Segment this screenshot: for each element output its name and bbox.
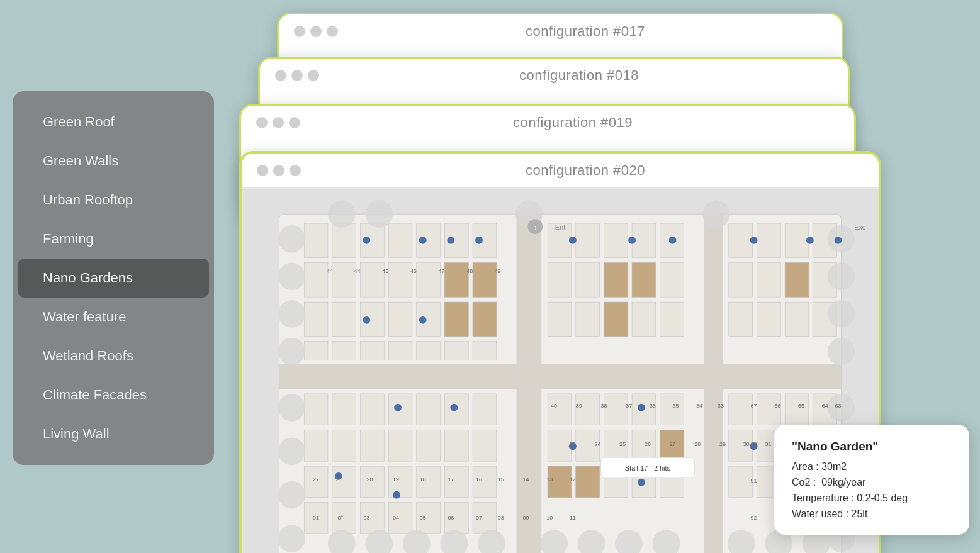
svg-point-159: [419, 237, 427, 244]
svg-rect-63: [473, 302, 497, 337]
svg-rect-60: [444, 263, 468, 298]
svg-text:66: 66: [774, 403, 780, 409]
svg-text:01: 01: [313, 515, 319, 521]
svg-text:39: 39: [576, 403, 582, 409]
svg-text:Ent: Ent: [555, 223, 565, 231]
svg-rect-92: [388, 503, 412, 534]
dot-3: [290, 165, 301, 176]
info-card-title: "Nano Garden": [792, 440, 952, 454]
svg-rect-52: [576, 302, 600, 337]
info-row-water: Water used : 25lt: [792, 508, 952, 520]
svg-text:92: 92: [751, 515, 757, 521]
svg-rect-65: [632, 263, 656, 298]
traffic-lights-019: [256, 117, 300, 128]
svg-text:16: 16: [476, 476, 482, 483]
svg-rect-55: [660, 302, 684, 337]
svg-rect-46: [660, 263, 684, 298]
svg-point-128: [278, 300, 306, 328]
sidebar-item-urban-rooftop[interactable]: Urban Rooftop: [18, 181, 209, 220]
svg-text:46: 46: [410, 268, 417, 274]
svg-text:24: 24: [595, 441, 601, 447]
dot-3: [289, 117, 300, 128]
sidebar-item-living-wall[interactable]: Living Wall: [18, 415, 209, 454]
card-019-header: configuration #019: [241, 106, 854, 140]
dot-1: [257, 165, 268, 176]
svg-rect-32: [473, 342, 497, 360]
sidebar-item-nano-gardens[interactable]: Nano Gardens: [18, 259, 209, 298]
svg-rect-6: [332, 223, 356, 258]
svg-rect-3: [517, 214, 542, 553]
svg-rect-43: [576, 263, 600, 298]
svg-rect-119: [729, 466, 753, 498]
svg-point-135: [828, 263, 855, 291]
svg-rect-74: [473, 394, 497, 425]
svg-point-154: [328, 200, 356, 228]
svg-rect-61: [473, 263, 497, 298]
traffic-lights-017: [294, 26, 338, 37]
svg-rect-98: [604, 394, 628, 425]
svg-rect-15: [388, 263, 412, 298]
svg-text:4°: 4°: [327, 268, 332, 274]
svg-rect-77: [361, 430, 385, 461]
svg-rect-80: [444, 430, 468, 461]
svg-text:15: 15: [498, 476, 504, 483]
svg-rect-90: [332, 503, 356, 534]
svg-rect-100: [660, 394, 684, 425]
svg-point-157: [702, 200, 730, 228]
svg-rect-67: [785, 263, 809, 298]
svg-rect-57: [757, 302, 781, 337]
svg-point-170: [394, 404, 402, 411]
svg-rect-42: [548, 263, 572, 298]
dot-2: [291, 70, 303, 81]
svg-rect-51: [548, 302, 572, 337]
svg-point-158: [363, 237, 370, 244]
svg-text:13: 13: [546, 476, 553, 483]
svg-text:05: 05: [420, 515, 426, 521]
svg-point-166: [806, 237, 814, 244]
svg-text:09: 09: [522, 515, 529, 521]
svg-rect-22: [388, 302, 412, 337]
svg-rect-8: [388, 223, 412, 258]
svg-rect-27: [332, 342, 356, 360]
dot-1: [256, 117, 268, 128]
svg-text:36: 36: [650, 403, 656, 409]
sidebar-item-climate-facades[interactable]: Climate Facades: [18, 376, 209, 415]
svg-rect-35: [604, 223, 628, 258]
svg-text:37: 37: [626, 403, 632, 409]
dot-3: [308, 70, 319, 81]
svg-text:67: 67: [751, 403, 757, 409]
svg-rect-68: [304, 394, 328, 425]
svg-rect-81: [473, 430, 497, 461]
sidebar: Green Roof Green Walls Urban Rooftop Far…: [13, 91, 214, 465]
dot-2: [273, 165, 284, 176]
svg-text:0°: 0°: [338, 515, 344, 521]
svg-rect-102: [757, 394, 781, 425]
svg-point-155: [365, 200, 393, 228]
svg-text:34: 34: [696, 403, 702, 409]
svg-rect-70: [361, 394, 385, 425]
svg-text:45: 45: [382, 268, 388, 274]
svg-text:18: 18: [420, 476, 426, 483]
sidebar-item-water-feature[interactable]: Water feature: [18, 298, 209, 337]
svg-text:20: 20: [366, 476, 373, 483]
svg-point-137: [828, 338, 855, 366]
svg-text:48: 48: [466, 268, 473, 274]
sidebar-item-wetland-roofs[interactable]: Wetland Roofs: [18, 337, 209, 376]
sidebar-item-green-walls[interactable]: Green Walls: [18, 142, 209, 181]
svg-text:47: 47: [439, 268, 445, 274]
card-019-title: configuration #019: [307, 115, 839, 131]
svg-text:25: 25: [619, 441, 626, 447]
svg-rect-48: [757, 263, 781, 298]
svg-rect-103: [785, 394, 809, 425]
dot-1: [294, 26, 305, 37]
svg-rect-47: [729, 263, 753, 298]
svg-text:19: 19: [393, 476, 399, 483]
sidebar-item-green-roof[interactable]: Green Roof: [18, 103, 209, 142]
sidebar-item-farming[interactable]: Farming: [18, 220, 209, 259]
svg-point-167: [835, 237, 842, 244]
svg-rect-78: [388, 430, 412, 461]
svg-text:2°: 2°: [336, 476, 342, 483]
card-020-title: configuration #020: [307, 162, 864, 179]
svg-rect-96: [548, 394, 572, 425]
svg-point-129: [278, 338, 306, 366]
